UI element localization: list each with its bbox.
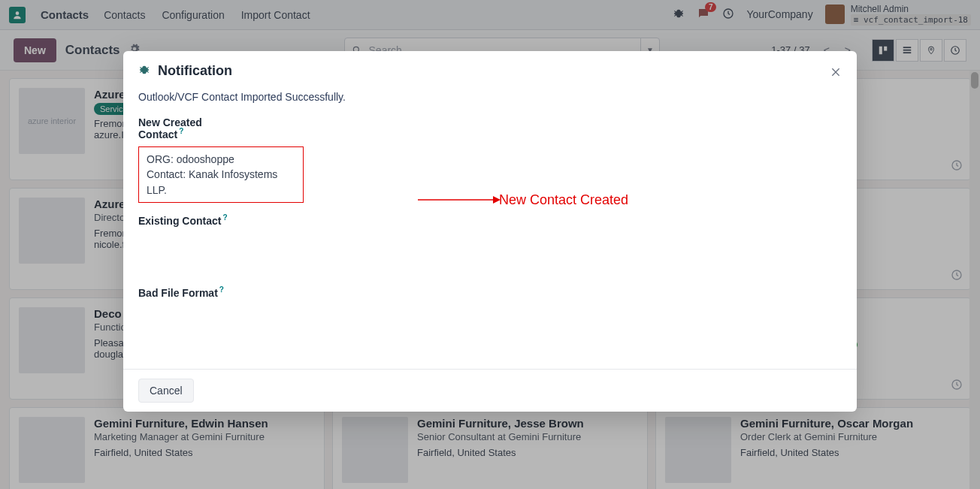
org-line: ORG: odooshoppe	[147, 152, 295, 167]
new-contact-box: ORG: odooshoppe Contact: Kanak Infosyste…	[138, 146, 304, 203]
modal-overlay: Notification Outlook/VCF Contact Importe…	[0, 0, 980, 489]
help-icon[interactable]: ?	[222, 213, 227, 222]
section-new-created: New Created	[138, 116, 842, 128]
help-icon[interactable]: ?	[219, 285, 224, 294]
section-bad-file: Bad File Format?	[138, 287, 224, 299]
close-button[interactable]	[827, 63, 845, 81]
section-contact: Contact?	[138, 128, 183, 140]
success-message: Outlook/VCF Contact Imported Successfull…	[138, 91, 842, 103]
bug-icon	[138, 64, 150, 78]
help-icon[interactable]: ?	[179, 127, 183, 135]
notification-modal: Notification Outlook/VCF Contact Importe…	[123, 51, 857, 412]
modal-title: Notification	[158, 63, 232, 79]
section-existing-contact: Existing Contact?	[138, 215, 228, 227]
contact-line: Contact: Kanak Infosystems LLP.	[147, 167, 295, 198]
close-icon	[830, 66, 842, 78]
cancel-button[interactable]: Cancel	[138, 379, 194, 403]
